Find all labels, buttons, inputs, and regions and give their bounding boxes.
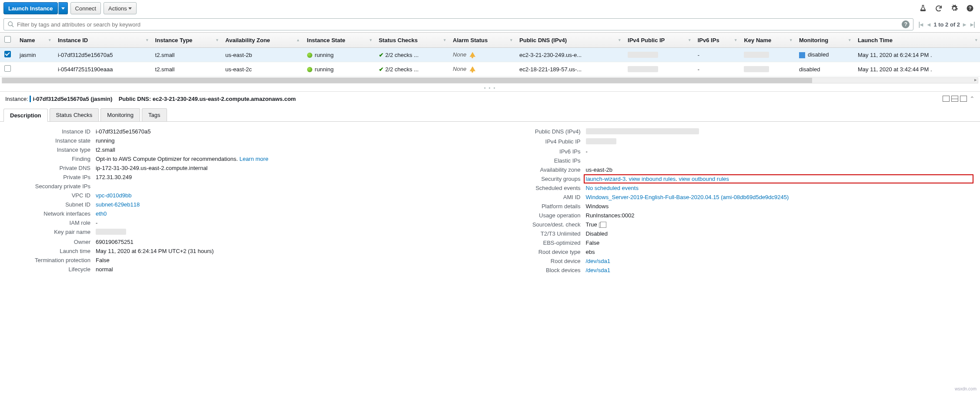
copy-icon[interactable]: [599, 223, 604, 228]
col-instance-type[interactable]: Instance Type▾: [151, 33, 221, 48]
details-right-column: Public DNS (IPv4)IPv4 Public IPIPv6 IPs-…: [499, 127, 972, 275]
kv-platform-details: Platform detailsWindows: [499, 202, 972, 211]
table-row[interactable]: i-0544f72515190eaaat2.smallus-east-2crun…: [0, 62, 980, 77]
launch-instance-dropdown[interactable]: [58, 2, 68, 14]
col-ipv6-ips[interactable]: IPv6 IPs▾: [693, 33, 740, 48]
tab-monitoring[interactable]: Monitoring: [100, 108, 140, 121]
launch-instance-button[interactable]: Launch Instance: [3, 2, 58, 14]
instance-label: Instance: i-07df312d5e15670a5 (jasmin): [5, 96, 112, 102]
redacted-ip: [redacted]: [628, 66, 658, 72]
caret-down-icon: [61, 7, 65, 10]
check-pass-icon: ✔: [379, 66, 384, 73]
filter-row: ? |◂ ◂ 1 to 2 of 2 ▸ ▸|: [0, 17, 980, 32]
gear-icon[interactable]: [950, 4, 958, 12]
monitoring-indicator: [799, 52, 805, 58]
actions-label: Actions: [108, 5, 127, 12]
col-monitoring[interactable]: Monitoring▾: [795, 33, 853, 48]
tab-tags[interactable]: Tags: [142, 108, 167, 121]
kv-ipv6-ips: IPv6 IPs-: [499, 147, 972, 156]
filter-help-icon[interactable]: ?: [902, 20, 910, 28]
page-next[interactable]: ▸: [962, 21, 967, 28]
svg-point-2: [8, 22, 12, 26]
check-pass-icon: ✔: [379, 52, 384, 58]
select-all-checkbox[interactable]: [4, 36, 11, 43]
layout-split-icon[interactable]: [951, 96, 958, 102]
col-alarm-status[interactable]: Alarm Status▾: [448, 33, 515, 48]
kv-root-device: Root device/dev/sda1: [499, 256, 972, 266]
state-running-icon: [307, 53, 312, 58]
action-toolbar: Launch Instance Connect Actions ?: [0, 0, 980, 17]
redacted-value: [586, 128, 699, 134]
public-dns-label: Public DNS: ec2-3-21-230-249.us-east-2.c…: [119, 96, 296, 102]
kv-owner: Owner690190675251: [9, 237, 482, 246]
kv-block-devices: Block devices/dev/sda1: [499, 266, 972, 275]
link[interactable]: eth0: [96, 210, 107, 217]
refresh-icon[interactable]: [935, 4, 943, 12]
link[interactable]: subnet-629eb118: [96, 201, 140, 208]
kv-network-interfaces: Network interfaceseth0: [9, 209, 482, 218]
kv-ipv4-public-ip: IPv4 Public IP: [499, 137, 972, 147]
table-row[interactable]: jasmini-07df312d5e15670a5t2.smallus-east…: [0, 48, 980, 62]
flask-icon[interactable]: [919, 4, 927, 12]
col-status-checks[interactable]: Status Checks▾: [375, 33, 448, 48]
link[interactable]: view inbound rules: [629, 176, 676, 182]
kv-vpc-id: VPC IDvpc-d010d9bb: [9, 191, 482, 200]
link[interactable]: No scheduled events: [586, 185, 639, 191]
kv-root-device-type: Root device typeebs: [499, 247, 972, 256]
col-availability-zone[interactable]: Availability Zone▲: [221, 33, 303, 48]
tab-status-checks[interactable]: Status Checks: [50, 108, 99, 121]
state-running-icon: [307, 67, 312, 72]
layout-toggle: [943, 96, 967, 102]
pane-splitter[interactable]: • • •: [0, 84, 980, 91]
kv-source-dest-check: Source/dest. checkTrue: [499, 220, 972, 229]
col-select[interactable]: [0, 33, 15, 48]
row-checkbox[interactable]: [4, 65, 11, 72]
link[interactable]: Windows_Server-2019-English-Full-Base-20…: [586, 194, 789, 200]
layout-bottom-icon[interactable]: [960, 96, 967, 102]
help-icon[interactable]: ?: [966, 4, 974, 12]
redacted-key: [redacted]: [744, 52, 769, 58]
kv-secondary-private-ips: Secondary private IPs: [9, 182, 482, 191]
link[interactable]: view outbound rules: [679, 176, 729, 182]
col-public-dns-ipv4-[interactable]: Public DNS (IPv4)▾: [515, 33, 623, 48]
kv-availability-zone: Availability zoneus-east-2b: [499, 165, 972, 174]
kv-private-dns: Private DNSip-172-31-30-249.us-east-2.co…: [9, 163, 482, 173]
pager: |◂ ◂ 1 to 2 of 2 ▸ ▸|: [917, 21, 977, 28]
redacted-value: [96, 229, 126, 235]
link[interactable]: vpc-d010d9bb: [96, 192, 131, 199]
col-instance-state[interactable]: Instance State▾: [303, 33, 375, 48]
col-ipv4-public-ip[interactable]: IPv4 Public IP▾: [623, 33, 693, 48]
col-launch-time[interactable]: Launch Time▾: [853, 33, 980, 48]
page-last[interactable]: ▸|: [969, 21, 977, 28]
layout-full-icon[interactable]: [943, 96, 950, 102]
connect-button[interactable]: Connect: [70, 2, 101, 14]
caret-down-icon: [128, 7, 132, 10]
link[interactable]: Learn more: [239, 156, 268, 162]
kv-subnet-id: Subnet IDsubnet-629eb118: [9, 200, 482, 209]
kv-private-ips: Private IPs172.31.30.249: [9, 173, 482, 182]
link[interactable]: /dev/sda1: [586, 258, 610, 264]
actions-button[interactable]: Actions: [104, 2, 137, 14]
collapse-icon[interactable]: ⌃: [970, 95, 975, 102]
link[interactable]: launch-wizard-3: [586, 176, 626, 182]
kv-usage-operation: Usage operationRunInstances:0002: [499, 211, 972, 220]
details-tabs: DescriptionStatus ChecksMonitoringTags: [0, 108, 980, 122]
filter-input[interactable]: [17, 21, 900, 28]
row-checkbox[interactable]: [4, 51, 11, 57]
page-prev[interactable]: ◂: [926, 21, 932, 28]
kv-termination-protection: Termination protectionFalse: [9, 256, 482, 265]
col-name[interactable]: Name▾: [15, 33, 54, 48]
col-key-name[interactable]: Key Name▾: [739, 33, 795, 48]
filter-box[interactable]: ?: [3, 18, 913, 30]
page-first[interactable]: |◂: [917, 21, 924, 28]
kv-ami-id: AMI IDWindows_Server-2019-English-Full-B…: [499, 193, 972, 202]
description-panel: Instance IDi-07df312d5e15670a5Instance s…: [0, 122, 980, 292]
link[interactable]: /dev/sda1: [586, 267, 610, 273]
kv-security-groups: Security groupslaunch-wizard-3. view inb…: [499, 174, 972, 183]
redacted-key: [redacted]: [744, 66, 769, 72]
kv-lifecycle: Lifecyclenormal: [9, 265, 482, 274]
tab-description[interactable]: Description: [3, 109, 48, 122]
col-instance-id[interactable]: Instance ID▾: [54, 33, 151, 48]
horizontal-scrollbar[interactable]: [2, 77, 978, 83]
search-icon: [7, 21, 14, 28]
